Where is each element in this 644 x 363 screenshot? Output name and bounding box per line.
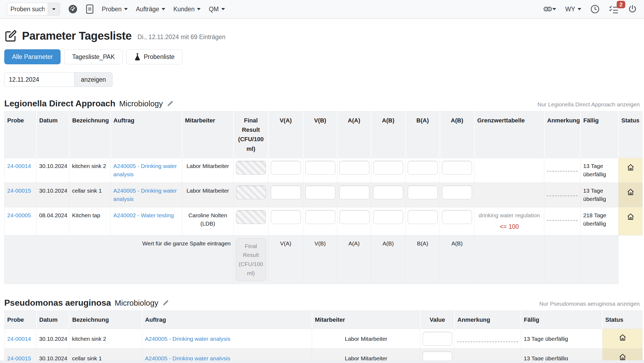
menu-kunden[interactable]: Kunden: [173, 6, 201, 13]
col-value: Value: [420, 311, 455, 329]
logout-icon[interactable]: [628, 5, 637, 14]
fill-col-va[interactable]: V(A): [268, 235, 303, 284]
section1-category: Microbiology: [119, 99, 163, 108]
tasklist-button[interactable]: 2: [609, 5, 619, 14]
show-button[interactable]: anzeigen: [74, 72, 113, 87]
chevron-down-icon: [52, 8, 55, 10]
col-ba: B(A): [406, 111, 440, 158]
menu-qm[interactable]: QM: [209, 6, 225, 13]
probe-link[interactable]: 24-00014: [7, 336, 31, 342]
col-auftrag: Auftrag: [142, 311, 312, 329]
col-ab2: A(B): [440, 111, 474, 158]
home-icon: [627, 188, 635, 196]
auftrag-link[interactable]: A240005 - Drinking water analysis: [113, 163, 177, 178]
tab-probenliste[interactable]: Probenliste: [126, 49, 182, 64]
col-probe: Probe: [5, 311, 36, 329]
page-subtitle: Di., 12.11.2024 mit 69 Einträgen: [137, 33, 225, 41]
vb-input[interactable]: [305, 210, 335, 224]
ab-input[interactable]: [373, 161, 403, 175]
col-status: Status: [602, 311, 643, 329]
vb-input[interactable]: [305, 161, 335, 175]
anmerkung-field[interactable]: [547, 165, 578, 171]
edit-section-icon[interactable]: [162, 299, 169, 306]
section1-title: Legionella Direct Approach: [4, 99, 115, 108]
faellig-text: 13 Tage überfällig: [581, 182, 619, 207]
va-input[interactable]: [271, 161, 301, 175]
table-row: 24-00015 30.10.2024 cellar sink 1 A24000…: [5, 182, 643, 207]
edit-page-icon: [4, 29, 17, 42]
col-mitarbeiter: Mitarbeiter: [182, 111, 234, 158]
user-menu[interactable]: WY: [565, 6, 581, 13]
anmerkung-field[interactable]: [457, 336, 518, 342]
col-auftrag: Auftrag: [111, 111, 182, 158]
document-icon[interactable]: [86, 4, 94, 14]
menu-proben[interactable]: Proben: [102, 6, 128, 13]
ab-input[interactable]: [373, 210, 403, 224]
clock-icon[interactable]: [590, 5, 600, 14]
final-result-input-disabled: [236, 161, 266, 175]
final-result-input-disabled: [236, 185, 266, 199]
col-probe: Probe: [5, 111, 36, 158]
auftrag-link[interactable]: A240005 - Drinking water analysis: [113, 188, 177, 202]
date-input[interactable]: [4, 72, 74, 87]
col-datum: Datum: [36, 311, 69, 329]
fill-col-vb[interactable]: V(B): [303, 235, 337, 284]
faellig-text: 13 Tage überfällig: [521, 329, 602, 349]
home-icon: [619, 353, 627, 361]
col-ab: A(B): [371, 111, 406, 158]
table-header-row: Probe Datum Bezeichnung Auftrag Mitarbei…: [5, 311, 643, 329]
col-faellig: Fällig: [521, 311, 602, 329]
aa-input[interactable]: [339, 161, 369, 175]
auftrag-link[interactable]: A240005 - Drinking water analysis: [145, 336, 230, 342]
va-input[interactable]: [271, 210, 301, 224]
aa-input[interactable]: [339, 185, 369, 199]
col-faellig: Fällig: [581, 111, 619, 158]
filter-pseudomonas-link[interactable]: Nur Pseudomonas aeruginosa anzeigen: [539, 301, 640, 307]
fill-col-ab2[interactable]: A(B): [440, 235, 474, 284]
table-row: 24-00005 08.04.2024 Kitchen tap A240002 …: [5, 207, 643, 235]
section2-category: Microbiology: [115, 299, 158, 308]
settings-menu[interactable]: ⚙⚙: [543, 5, 556, 13]
auftrag-link[interactable]: A240002 - Water testing: [113, 212, 174, 218]
dashboard-icon[interactable]: [68, 4, 78, 14]
tab-alle-parameter[interactable]: Alle Parameter: [4, 49, 61, 64]
chevron-down-icon: [162, 8, 165, 10]
probe-link[interactable]: 24-00014: [7, 163, 31, 169]
ab2-input[interactable]: [442, 161, 472, 175]
probe-link[interactable]: 24-00005: [7, 212, 31, 218]
anmerkung-field[interactable]: [547, 214, 578, 221]
va-input[interactable]: [271, 185, 301, 199]
value-input[interactable]: [423, 332, 452, 346]
fill-col-ab[interactable]: A(B): [371, 235, 406, 284]
column-fill-row: Wert für die ganze Spalte eintragen Fina…: [5, 235, 643, 284]
ba-input[interactable]: [408, 161, 438, 175]
search-input[interactable]: [7, 3, 48, 16]
chevron-down-icon: [124, 8, 128, 10]
search-dropdown-button[interactable]: [48, 3, 60, 16]
edit-section-icon[interactable]: [167, 100, 174, 107]
anmerkung-field[interactable]: [547, 190, 578, 196]
col-anmerkung: Anmerkung: [544, 111, 581, 158]
notification-badge: 2: [617, 1, 625, 8]
ba-input[interactable]: [408, 210, 438, 224]
menu-auftraege[interactable]: Aufträge: [136, 6, 165, 13]
page-title: Parameter Tagesliste: [22, 29, 132, 42]
vb-input[interactable]: [305, 185, 335, 199]
aa-input[interactable]: [339, 210, 369, 224]
final-result-input-disabled: [236, 210, 266, 224]
grenzwert-name: drinking water regulation: [477, 211, 541, 220]
col-final-result: Final Result (CFU/100 ml): [234, 111, 268, 158]
ba-input[interactable]: [408, 185, 438, 199]
ab2-input[interactable]: [442, 185, 472, 199]
fill-col-ba[interactable]: B(A): [406, 235, 440, 284]
ab-input[interactable]: [373, 185, 403, 199]
col-bezeichnung: Bezeichnung: [69, 311, 142, 329]
pseudomonas-table: Probe Datum Bezeichnung Auftrag Mitarbei…: [4, 310, 643, 363]
fill-col-aa[interactable]: A(A): [337, 235, 371, 284]
tab-tagesliste-pak[interactable]: Tagesliste_PAK: [64, 49, 122, 64]
ab2-input[interactable]: [442, 210, 472, 224]
status-badge: [619, 207, 643, 235]
filter-legionella-link[interactable]: Nur Legionella Direct Approach anzeigen: [537, 101, 640, 108]
chevron-down-icon: [221, 8, 225, 10]
probe-link[interactable]: 24-00015: [7, 188, 31, 194]
